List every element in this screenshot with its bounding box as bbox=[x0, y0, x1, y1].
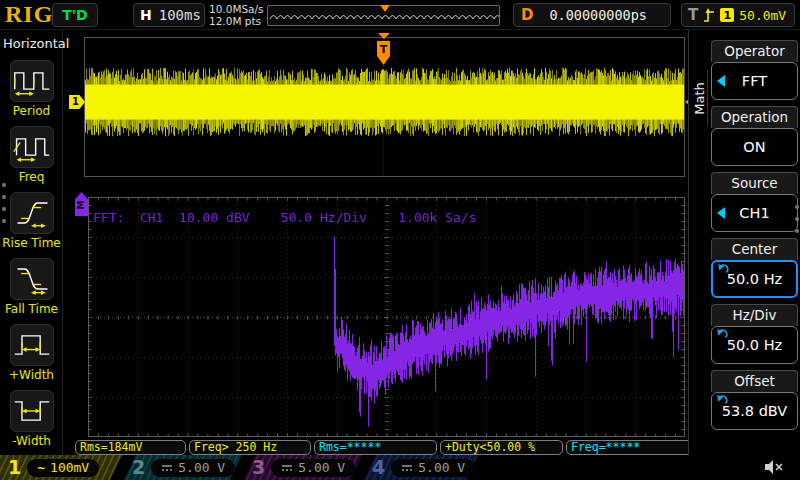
sidebar-item-label: Rise Time bbox=[0, 236, 63, 250]
trigger-position-flag-icon: T bbox=[377, 41, 390, 65]
operator-value: FFT bbox=[742, 73, 767, 89]
measurement-cell-duty-ch1[interactable]: +Duty<50.00 % bbox=[440, 440, 563, 455]
menu-item-operator[interactable]: Operator FFT bbox=[711, 40, 798, 100]
delay-box[interactable]: D 0.00000000ps bbox=[513, 3, 671, 27]
trigger-label: T bbox=[688, 6, 698, 24]
scroll-indicator-dot bbox=[2, 195, 6, 199]
sample-rate: 10.0MSa/s bbox=[209, 3, 264, 15]
menu-item-value[interactable]: ON bbox=[711, 128, 798, 166]
channel3-number: 3 bbox=[252, 455, 265, 480]
trigger-level: 50.0mV bbox=[739, 8, 786, 23]
channel4-status[interactable]: 4 5.00 V bbox=[364, 455, 478, 480]
menu-item-value[interactable]: 53.8 dBV bbox=[711, 392, 798, 430]
menu-item-label: Operator bbox=[711, 40, 798, 62]
hzdiv-value: 50.0 Hz bbox=[727, 337, 782, 353]
dc-coupling-icon bbox=[281, 464, 293, 472]
menu-item-label: Operation bbox=[711, 106, 798, 128]
sidebar-item-label: Period bbox=[0, 104, 63, 118]
horizontal-timebase-box[interactable]: H 100ms bbox=[133, 3, 205, 27]
operation-value: ON bbox=[743, 139, 765, 155]
memory-depth: 12.0M pts bbox=[209, 15, 264, 27]
menu-item-label: Hz/Div bbox=[711, 304, 798, 326]
freq-icon bbox=[12, 131, 52, 163]
trigger-position-marker[interactable]: T bbox=[377, 33, 390, 65]
measurement-cell-freq-ch1[interactable]: Freq> 250 Hz bbox=[189, 440, 311, 455]
menu-item-value[interactable]: CH1 bbox=[711, 194, 798, 232]
sidebar-item-label: Fall Time bbox=[0, 302, 63, 316]
trigger-slope-icon bbox=[703, 8, 715, 23]
offset-value: 53.8 dBV bbox=[722, 403, 788, 419]
ac-coupling-icon: ~ bbox=[37, 463, 45, 473]
sidebar-item-fall-time[interactable]: Fall Time bbox=[0, 258, 63, 316]
channel2-scale: 5.00 V bbox=[178, 460, 225, 475]
math-offset-marker[interactable]: M bbox=[75, 192, 88, 216]
channel1-status[interactable]: 1 ~ 100mV bbox=[0, 455, 122, 480]
menu-item-label: Source bbox=[711, 172, 798, 194]
timebase-value: 100ms bbox=[159, 7, 201, 23]
sidebar-item-freq[interactable]: Freq bbox=[0, 126, 63, 184]
measurement-cell-freq-ch2[interactable]: Freq=***** bbox=[566, 440, 692, 455]
sidebar-item-pos-width[interactable]: +Width bbox=[0, 324, 63, 382]
trigger-status-box: T'D bbox=[52, 3, 98, 27]
channel2-status[interactable]: 2 5.00 V bbox=[124, 455, 242, 480]
source-value: CH1 bbox=[739, 205, 769, 221]
trigger-position-tip-icon bbox=[378, 33, 390, 39]
channel3-status[interactable]: 3 5.00 V bbox=[244, 455, 362, 480]
channel3-scale: 5.00 V bbox=[298, 460, 345, 475]
expand-left-triangle-icon bbox=[717, 207, 725, 219]
measurement-cell-rms-ch2[interactable]: Rms=***** bbox=[314, 440, 437, 455]
knob-rotate-icon bbox=[716, 264, 729, 276]
top-status-bar: RIGOL T'D H 100ms 10.0MSa/s 12.0M pts D … bbox=[0, 0, 800, 30]
sound-muted-icon[interactable] bbox=[764, 459, 784, 479]
measure-sidebar-title: Horizontal bbox=[3, 36, 69, 51]
math-menu-panel: Math Operator FFT Operation ON Source CH… bbox=[688, 30, 800, 455]
menu-item-label: Offset bbox=[711, 370, 798, 392]
measurement-cell-rms-ch1[interactable]: Rms=184mV bbox=[75, 440, 186, 455]
sidebar-item-rise-time[interactable]: Rise Time bbox=[0, 192, 63, 250]
channel1-number: 1 bbox=[8, 455, 21, 480]
fft-settings-readout: FFT: CH1 10.00 dBV 50.0 Hz/Div 1.00k Sa/… bbox=[93, 210, 477, 225]
period-icon bbox=[12, 65, 52, 97]
menu-item-value[interactable]: FFT bbox=[711, 62, 798, 100]
neg-width-icon bbox=[12, 395, 52, 427]
menu-item-value[interactable]: 50.0 Hz bbox=[711, 326, 798, 364]
scroll-indicator-dot bbox=[2, 207, 6, 211]
pos-width-icon bbox=[12, 329, 52, 361]
scroll-indicator-dot bbox=[795, 229, 799, 233]
acquisition-info: 10.0MSa/s 12.0M pts bbox=[209, 3, 264, 27]
center-value: 50.0 Hz bbox=[727, 271, 782, 287]
horizontal-label: H bbox=[140, 7, 152, 23]
math-menu-tab[interactable]: Math bbox=[691, 70, 708, 126]
menu-item-hzdiv[interactable]: Hz/Div 50.0 Hz bbox=[711, 304, 798, 364]
fall-time-icon bbox=[12, 263, 52, 295]
oscilloscope-screen: RIGOL T'D H 100ms 10.0MSa/s 12.0M pts D … bbox=[0, 0, 800, 480]
math-tab-label: Math bbox=[692, 77, 707, 121]
menu-item-source[interactable]: Source CH1 bbox=[711, 172, 798, 232]
scroll-indicator-dot bbox=[795, 217, 799, 221]
trigger-box[interactable]: T 1 50.0mV bbox=[681, 3, 795, 27]
delay-label: D bbox=[521, 6, 533, 24]
dc-coupling-icon bbox=[401, 464, 413, 472]
delay-value: 0.00000000ps bbox=[533, 7, 663, 23]
channel-status-bar: 1 ~ 100mV 2 5.00 V 3 bbox=[0, 455, 800, 480]
menu-item-operation[interactable]: Operation ON bbox=[711, 106, 798, 166]
trigger-source-badge: 1 bbox=[720, 8, 734, 22]
ch1-ground-marker[interactable]: 1 bbox=[69, 95, 85, 109]
sidebar-item-label: Freq bbox=[0, 170, 63, 184]
fft-window bbox=[88, 197, 685, 437]
sidebar-item-neg-width[interactable]: -Width bbox=[0, 390, 63, 448]
channel4-number: 4 bbox=[372, 455, 385, 480]
waveform-preview[interactable] bbox=[267, 5, 500, 26]
sidebar-item-label: +Width bbox=[0, 368, 63, 382]
sidebar-item-label: -Width bbox=[0, 434, 63, 448]
scroll-indicator-dot bbox=[2, 219, 6, 223]
menu-item-offset[interactable]: Offset 53.8 dBV bbox=[711, 370, 798, 430]
menu-item-center[interactable]: Center 50.0 Hz bbox=[711, 238, 798, 298]
scroll-indicator-dot bbox=[2, 183, 6, 187]
channel4-scale: 5.00 V bbox=[418, 460, 465, 475]
channel1-scale: 100mV bbox=[50, 460, 89, 475]
preview-trigger-marker-icon[interactable] bbox=[380, 5, 390, 12]
sidebar-item-period[interactable]: Period bbox=[0, 60, 63, 118]
menu-item-value[interactable]: 50.0 Hz bbox=[711, 260, 798, 298]
knob-rotate-icon bbox=[715, 329, 728, 341]
